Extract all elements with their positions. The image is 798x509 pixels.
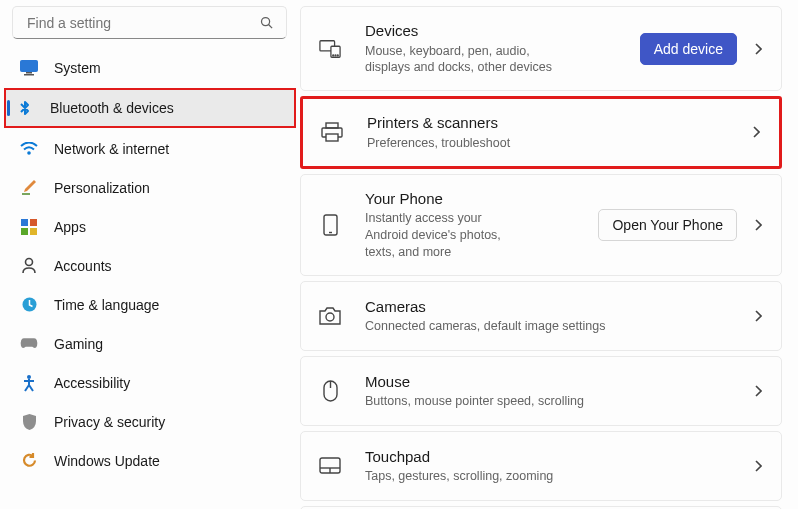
sidebar-item-label: Bluetooth & devices: [50, 100, 174, 116]
sidebar-item-network[interactable]: Network & internet: [8, 130, 292, 167]
sidebar-item-label: Gaming: [54, 336, 103, 352]
card-subtitle: Connected cameras, default image setting…: [365, 318, 737, 335]
card-cameras[interactable]: Cameras Connected cameras, default image…: [300, 281, 782, 351]
card-title: Touchpad: [365, 447, 737, 467]
svg-rect-10: [30, 228, 37, 235]
card-your-phone[interactable]: Your Phone Instantly access your Android…: [300, 174, 782, 276]
svg-point-13: [27, 375, 31, 379]
sidebar-item-label: Accounts: [54, 258, 112, 274]
svg-rect-4: [24, 74, 34, 76]
svg-rect-2: [21, 60, 38, 71]
search-icon: [259, 15, 274, 30]
chevron-right-icon: [751, 385, 765, 397]
update-icon: [20, 452, 38, 470]
card-subtitle: Preferences, troubleshoot: [367, 135, 735, 152]
globe-clock-icon: [20, 296, 38, 314]
open-your-phone-button[interactable]: Open Your Phone: [598, 209, 737, 241]
sidebar-item-label: Time & language: [54, 297, 159, 313]
svg-point-0: [262, 18, 270, 26]
sidebar-item-label: Personalization: [54, 180, 150, 196]
card-title: Devices: [365, 21, 640, 41]
svg-point-18: [337, 55, 338, 56]
sidebar-item-label: Accessibility: [54, 375, 130, 391]
devices-icon: [319, 38, 341, 60]
apps-icon: [20, 218, 38, 236]
phone-icon: [319, 214, 341, 236]
sidebar-item-bluetooth-devices[interactable]: Bluetooth & devices: [4, 88, 296, 128]
sidebar-item-label: System: [54, 60, 101, 76]
card-subtitle: Taps, gestures, scrolling, zooming: [365, 468, 737, 485]
sidebar-item-label: Network & internet: [54, 141, 169, 157]
bluetooth-icon: [16, 99, 34, 117]
add-device-button[interactable]: Add device: [640, 33, 737, 65]
svg-rect-3: [26, 72, 32, 74]
card-title: Cameras: [365, 297, 737, 317]
card-title: Printers & scanners: [367, 113, 735, 133]
chevron-right-icon: [751, 43, 765, 55]
chevron-right-icon: [751, 219, 765, 231]
sidebar-item-system[interactable]: System: [8, 49, 292, 86]
card-subtitle: Instantly access your Android device's p…: [365, 210, 515, 261]
svg-rect-8: [30, 219, 37, 226]
system-icon: [20, 59, 38, 77]
svg-rect-9: [21, 228, 28, 235]
accessibility-icon: [20, 374, 38, 392]
svg-line-1: [269, 25, 273, 29]
sidebar-item-apps[interactable]: Apps: [8, 208, 292, 245]
camera-icon: [319, 305, 341, 327]
card-title: Mouse: [365, 372, 737, 392]
chevron-right-icon: [751, 460, 765, 472]
svg-point-24: [326, 313, 334, 321]
sidebar-item-accounts[interactable]: Accounts: [8, 247, 292, 284]
svg-point-16: [333, 55, 334, 56]
sidebar-item-label: Privacy & security: [54, 414, 165, 430]
card-subtitle: Mouse, keyboard, pen, audio, displays an…: [365, 43, 565, 77]
shield-icon: [20, 413, 38, 431]
svg-rect-19: [326, 123, 338, 128]
sidebar-item-privacy-security[interactable]: Privacy & security: [8, 403, 292, 440]
sidebar-item-accessibility[interactable]: Accessibility: [8, 364, 292, 401]
svg-point-17: [335, 55, 336, 56]
search-box[interactable]: [12, 6, 287, 39]
card-subtitle: Buttons, mouse pointer speed, scrolling: [365, 393, 737, 410]
svg-point-5: [27, 151, 31, 155]
sidebar: System Bluetooth & devices Network & int…: [0, 0, 300, 509]
sidebar-item-time-language[interactable]: Time & language: [8, 286, 292, 323]
touchpad-icon: [319, 455, 341, 477]
sidebar-item-windows-update[interactable]: Windows Update: [8, 442, 292, 479]
person-icon: [20, 257, 38, 275]
sidebar-item-label: Apps: [54, 219, 86, 235]
printer-icon: [321, 121, 343, 143]
card-touchpad[interactable]: Touchpad Taps, gestures, scrolling, zoom…: [300, 431, 782, 501]
card-printers-scanners[interactable]: Printers & scanners Preferences, trouble…: [300, 96, 782, 168]
sidebar-item-gaming[interactable]: Gaming: [8, 325, 292, 362]
svg-rect-21: [326, 134, 338, 141]
card-title: Your Phone: [365, 189, 598, 209]
gamepad-icon: [20, 335, 38, 353]
svg-rect-7: [21, 219, 28, 226]
content-area: Devices Mouse, keyboard, pen, audio, dis…: [300, 0, 798, 509]
card-mouse[interactable]: Mouse Buttons, mouse pointer speed, scro…: [300, 356, 782, 426]
svg-rect-6: [22, 193, 30, 195]
mouse-icon: [319, 380, 341, 402]
sidebar-item-personalization[interactable]: Personalization: [8, 169, 292, 206]
chevron-right-icon: [749, 126, 763, 138]
brush-icon: [20, 179, 38, 197]
search-input[interactable]: [25, 14, 259, 32]
svg-point-11: [26, 259, 33, 266]
wifi-icon: [20, 140, 38, 158]
card-devices[interactable]: Devices Mouse, keyboard, pen, audio, dis…: [300, 6, 782, 91]
sidebar-item-label: Windows Update: [54, 453, 160, 469]
chevron-right-icon: [751, 310, 765, 322]
